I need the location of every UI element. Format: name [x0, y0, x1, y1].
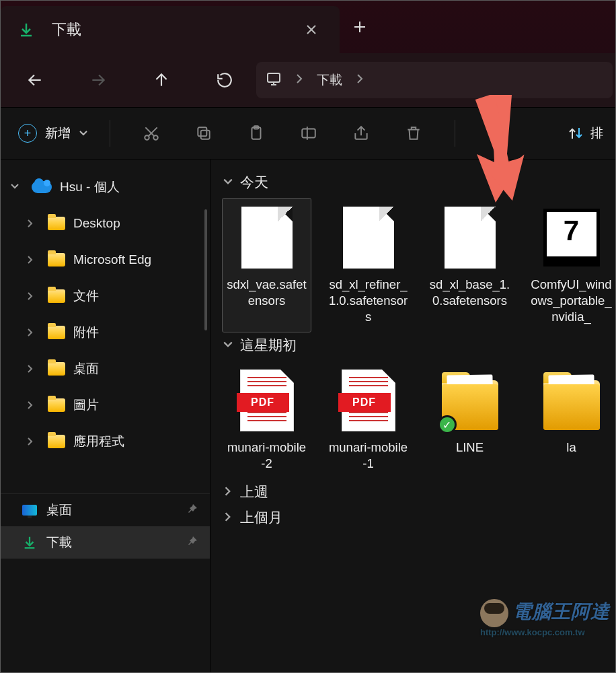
- sort-icon: [568, 125, 584, 141]
- plus-circle-icon: +: [18, 124, 37, 143]
- sidebar-item[interactable]: Microsoft Edg: [1, 242, 210, 278]
- file-label: ComfyUI_windows_portable_nvidia_: [530, 277, 613, 325]
- delete-button[interactable]: [389, 117, 438, 149]
- group-title: 上個月: [240, 508, 282, 527]
- sidebar-item[interactable]: Desktop: [1, 205, 210, 242]
- group-header[interactable]: 今天: [223, 173, 615, 192]
- close-tab-button[interactable]: [298, 24, 325, 36]
- refresh-button[interactable]: [193, 63, 256, 98]
- chevron-right-icon[interactable]: [354, 73, 365, 87]
- pin-icon: [187, 503, 198, 518]
- file-item[interactable]: PDFmunari-mobile-2: [223, 361, 311, 479]
- sidebar-item-label: 圖片: [73, 396, 99, 414]
- svg-rect-3: [201, 131, 210, 139]
- pin-icon: [187, 535, 198, 550]
- group-header[interactable]: 這星期初: [223, 336, 615, 355]
- rename-button[interactable]: [284, 117, 334, 149]
- svg-point-2: [153, 135, 158, 140]
- file-label: sdxl_vae.safetensors: [225, 277, 308, 309]
- chevron-down-icon: [223, 337, 233, 353]
- folder-icon: [48, 217, 65, 230]
- folder-icon: ✓: [442, 380, 498, 430]
- chevron-right-icon: [26, 398, 40, 413]
- file-label: munari-mobile-1: [327, 439, 410, 472]
- quick-desktop[interactable]: 桌面: [1, 494, 210, 526]
- chevron-right-icon: [26, 434, 40, 449]
- download-icon: [18, 22, 34, 38]
- paste-button[interactable]: [231, 117, 281, 149]
- chevron-right-icon: [294, 73, 305, 87]
- sidebar-item[interactable]: 附件: [1, 314, 210, 351]
- new-button[interactable]: + 新增: [13, 124, 93, 143]
- svg-rect-7: [302, 129, 315, 138]
- chevron-down-icon: [223, 174, 233, 190]
- sidebar-item-label: Desktop: [73, 216, 120, 231]
- group-header[interactable]: 上週: [223, 483, 615, 501]
- chevron-right-icon: [26, 325, 40, 340]
- folder-icon: [48, 435, 65, 448]
- file-item[interactable]: sd_xl_refiner_1.0.safetensors: [324, 199, 412, 332]
- toolbar-separator: [455, 120, 455, 147]
- quick-item-label: 下載: [46, 534, 72, 551]
- chevron-right-icon: [223, 484, 233, 500]
- folder-icon: [48, 253, 65, 267]
- sort-button[interactable]: 排: [568, 125, 603, 142]
- sidebar-item-label: 應用程式: [73, 433, 124, 450]
- sidebar-item[interactable]: 文件: [1, 278, 210, 314]
- scrollbar-thumb[interactable]: [204, 209, 207, 330]
- group-title: 今天: [240, 173, 268, 192]
- sidebar-item[interactable]: 圖片: [1, 387, 210, 423]
- chevron-down-icon: [79, 129, 88, 138]
- file-label: LINE: [456, 439, 484, 456]
- download-icon: [22, 535, 37, 550]
- sidebar-item-label: 桌面: [73, 360, 99, 378]
- copy-button[interactable]: [179, 117, 229, 149]
- group-title: 上週: [240, 483, 268, 501]
- back-button[interactable]: [3, 63, 67, 98]
- up-button[interactable]: [130, 63, 193, 98]
- new-button-label: 新增: [45, 125, 71, 142]
- address-bar[interactable]: 下載: [256, 62, 613, 98]
- file-item[interactable]: ✓LINE: [426, 361, 514, 479]
- file-content-area: 今天sdxl_vae.safetensorssd_xl_refiner_1.0.…: [210, 160, 615, 673]
- onedrive-icon: [32, 181, 52, 193]
- file-label: sd_xl_refiner_1.0.safetensors: [327, 277, 410, 325]
- file-item[interactable]: sdxl_vae.safetensors: [223, 199, 311, 332]
- file-item[interactable]: la: [527, 361, 615, 479]
- file-label: la: [566, 439, 576, 456]
- tab-downloads[interactable]: 下載: [1, 6, 340, 53]
- file-label: munari-mobile-2: [225, 439, 308, 472]
- file-icon: [343, 207, 394, 269]
- folder-icon: [543, 380, 600, 430]
- folder-icon: [48, 398, 65, 412]
- chevron-right-icon: [26, 252, 40, 267]
- sidebar-item-label: 附件: [73, 324, 99, 341]
- pdf-icon: PDF: [240, 369, 294, 431]
- share-button[interactable]: [336, 117, 386, 149]
- chevron-right-icon: [26, 289, 40, 304]
- tab-title: 下載: [46, 20, 286, 40]
- group-header[interactable]: 上個月: [223, 508, 615, 527]
- chevron-right-icon: [26, 361, 40, 376]
- svg-rect-0: [268, 73, 280, 82]
- cut-button[interactable]: [126, 117, 176, 149]
- forward-button[interactable]: [67, 63, 130, 98]
- file-grid: PDFmunari-mobile-2PDFmunari-mobile-1✓LIN…: [223, 361, 615, 479]
- toolbar: + 新增 排: [1, 107, 615, 160]
- nav-bar: 下載: [1, 53, 615, 107]
- file-icon: [241, 207, 293, 269]
- toolbar-separator: [110, 120, 110, 147]
- sidebar: Hsu - 個人 Desktop Microsoft Edg 文件 附件 桌面 …: [1, 160, 210, 673]
- desktop-icon: [22, 505, 37, 516]
- sidebar-root-label: Hsu - 個人: [60, 178, 120, 196]
- sidebar-item[interactable]: 桌面: [1, 351, 210, 387]
- file-item[interactable]: sd_xl_base_1.0.safetensors: [426, 199, 514, 332]
- quick-downloads[interactable]: 下載: [1, 526, 210, 559]
- file-item[interactable]: 7ComfyUI_windows_portable_nvidia_: [527, 199, 615, 332]
- file-item[interactable]: PDFmunari-mobile-1: [324, 361, 412, 479]
- new-tab-button[interactable]: [340, 1, 380, 53]
- sidebar-item[interactable]: 應用程式: [1, 423, 210, 460]
- folder-icon: [48, 289, 65, 303]
- breadcrumb-current[interactable]: 下載: [317, 71, 342, 89]
- sidebar-root-onedrive[interactable]: Hsu - 個人: [1, 169, 210, 205]
